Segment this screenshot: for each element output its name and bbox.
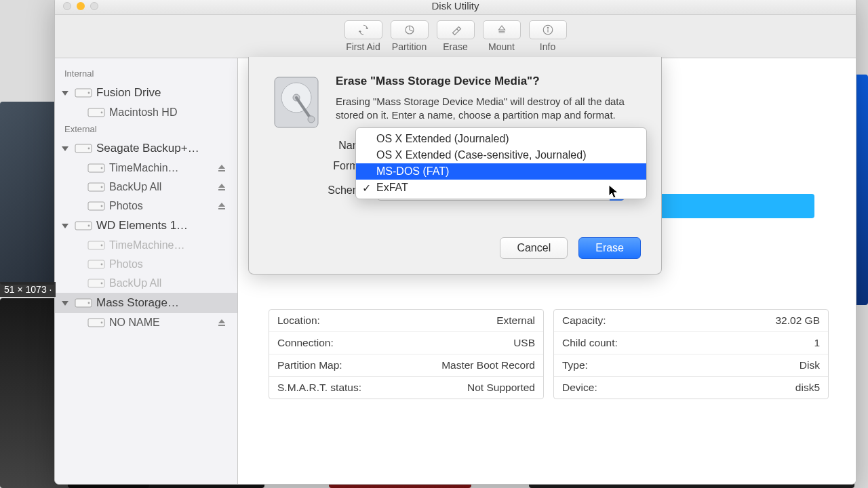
erase-icon xyxy=(437,20,475,39)
sheet-title: Erase "Mass Storage Device Media"? xyxy=(336,75,627,88)
format-option[interactable]: OS X Extended (Journaled) xyxy=(356,131,646,147)
svg-point-8 xyxy=(88,148,90,150)
disk-utility-window: Disk Utility First Aid Partition Erase M… xyxy=(54,0,856,485)
toolbar-first-aid[interactable]: First Aid xyxy=(344,20,382,52)
format-option[interactable]: ExFAT xyxy=(356,180,646,196)
info-key: Child count: xyxy=(562,337,618,349)
toolbar-partition[interactable]: Partition xyxy=(391,20,429,52)
partition-icon xyxy=(391,20,429,39)
info-icon xyxy=(529,20,567,39)
svg-point-20 xyxy=(101,264,103,266)
erase-sheet: Erase "Mass Storage Device Media"? Erasi… xyxy=(248,57,662,274)
sidebar-section-header: External xyxy=(55,122,237,138)
sidebar-volume[interactable]: NO NAME xyxy=(55,313,237,332)
info-row: Type:Disk xyxy=(554,354,828,377)
svg-point-30 xyxy=(308,116,315,123)
svg-point-24 xyxy=(88,302,90,304)
info-row: Child count:1 xyxy=(554,332,828,354)
info-value: Master Boot Record xyxy=(441,359,535,371)
disclosure-icon[interactable] xyxy=(62,224,68,228)
format-option[interactable]: OS X Extended (Case-sensitive, Journaled… xyxy=(356,147,646,163)
sidebar-item-label: TimeMachine… xyxy=(109,239,184,251)
erase-button[interactable]: Erase xyxy=(578,237,641,259)
sidebar-item-label: Mass Storage… xyxy=(96,296,179,310)
info-row: Location:External xyxy=(269,310,543,332)
svg-point-14 xyxy=(101,205,103,207)
disclosure-icon[interactable] xyxy=(62,301,68,306)
mount-icon xyxy=(483,20,521,39)
svg-point-4 xyxy=(88,92,90,94)
sidebar-item-label: NO NAME xyxy=(109,317,160,329)
sidebar-item-label: TimeMachin… xyxy=(109,162,179,174)
info-row: Partition Map:Master Boot Record xyxy=(269,354,543,377)
info-key: Location: xyxy=(277,314,320,327)
svg-point-26 xyxy=(101,322,103,324)
disclosure-icon[interactable] xyxy=(62,146,68,151)
info-panel: Location:ExternalConnection:USBPartition… xyxy=(269,309,829,399)
content-area: Erase "Mass Storage Device Media"? Erasi… xyxy=(238,58,856,484)
sidebar-drive[interactable]: Seagate Backup+… xyxy=(55,138,237,159)
info-value: External xyxy=(496,314,535,327)
window-title: Disk Utility xyxy=(55,0,856,12)
sidebar-item-label: BackUp All xyxy=(109,181,161,193)
info-key: Capacity: xyxy=(562,314,606,327)
info-value: Disk xyxy=(800,359,820,371)
svg-point-6 xyxy=(101,112,103,114)
svg-point-12 xyxy=(101,186,103,188)
sidebar-item-label: Macintosh HD xyxy=(109,106,177,119)
toolbar-info[interactable]: Info xyxy=(529,20,567,52)
info-value: 1 xyxy=(814,337,820,349)
info-key: Partition Map: xyxy=(277,359,342,371)
sidebar[interactable]: InternalFusion DriveMacintosh HDExternal… xyxy=(55,58,238,484)
harddrive-icon xyxy=(272,75,321,130)
first-aid-icon xyxy=(344,20,382,39)
sidebar-volume[interactable]: BackUp All xyxy=(55,274,237,293)
toolbar-mount[interactable]: Mount xyxy=(483,20,521,52)
sidebar-item-label: Photos xyxy=(109,200,143,212)
name-field-highlight xyxy=(658,194,814,218)
toolbar: First Aid Partition Erase Mount Info xyxy=(55,15,856,58)
info-key: S.M.A.R.T. status: xyxy=(277,382,361,394)
sidebar-section-header: Internal xyxy=(55,66,237,83)
info-value: USB xyxy=(513,337,535,349)
sidebar-volume[interactable]: Photos xyxy=(55,255,237,274)
info-value: disk5 xyxy=(795,382,820,394)
info-row: S.M.A.R.T. status:Not Supported xyxy=(269,377,543,399)
info-key: Device: xyxy=(562,382,597,394)
sidebar-item-label: Fusion Drive xyxy=(96,86,161,100)
info-key: Connection: xyxy=(277,337,334,349)
toolbar-erase[interactable]: Erase xyxy=(437,20,475,52)
sidebar-item-label: WD Elements 1… xyxy=(96,219,188,232)
format-option[interactable]: MS-DOS (FAT) xyxy=(356,163,646,180)
sidebar-drive[interactable]: WD Elements 1… xyxy=(55,216,237,236)
sheet-description: Erasing "Mass Storage Device Media" will… xyxy=(336,95,627,123)
disclosure-icon[interactable] xyxy=(62,91,68,96)
sidebar-item-label: Seagate Backup+… xyxy=(96,142,199,155)
info-row: Connection:USB xyxy=(269,332,543,354)
svg-point-18 xyxy=(101,245,103,247)
svg-point-16 xyxy=(88,225,90,227)
sidebar-drive[interactable]: Mass Storage… xyxy=(55,293,237,313)
sidebar-volume[interactable]: BackUp All xyxy=(55,178,237,197)
titlebar[interactable]: Disk Utility xyxy=(55,0,856,15)
info-value: Not Supported xyxy=(467,382,535,394)
info-row: Device:disk5 xyxy=(554,377,828,399)
sidebar-drive[interactable]: Fusion Drive xyxy=(55,83,237,103)
bg-dimensions-caption: 51 × 1073 · xyxy=(0,282,56,297)
sidebar-volume[interactable]: TimeMachine… xyxy=(55,236,237,255)
cancel-button[interactable]: Cancel xyxy=(500,237,568,259)
info-key: Type: xyxy=(562,359,588,371)
sidebar-volume[interactable]: TimeMachin… xyxy=(55,159,237,178)
info-value: 32.02 GB xyxy=(776,314,821,327)
svg-point-2 xyxy=(547,27,549,28)
format-dropdown[interactable]: OS X Extended (Journaled)OS X Extended (… xyxy=(355,127,647,199)
svg-point-10 xyxy=(101,167,103,169)
sidebar-item-label: Photos xyxy=(109,258,143,270)
sidebar-volume[interactable]: Macintosh HD xyxy=(55,103,237,122)
svg-point-22 xyxy=(101,283,103,285)
sidebar-item-label: BackUp All xyxy=(109,277,161,289)
info-row: Capacity:32.02 GB xyxy=(554,310,828,332)
sidebar-volume[interactable]: Photos xyxy=(55,197,237,216)
